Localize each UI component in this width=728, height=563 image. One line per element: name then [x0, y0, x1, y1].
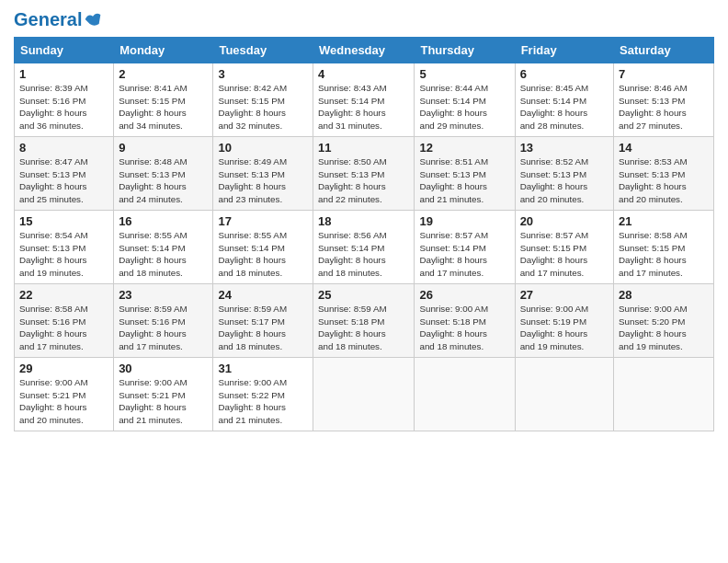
- day-number: 1: [19, 67, 108, 81]
- day-number: 29: [19, 362, 108, 375]
- day-cell: 7Sunrise: 8:46 AM Sunset: 5:13 PM Daylig…: [614, 63, 714, 137]
- day-number: 27: [520, 288, 609, 302]
- day-number: 28: [619, 288, 709, 302]
- weekday-tuesday: Tuesday: [213, 38, 313, 63]
- weekday-saturday: Saturday: [614, 38, 714, 63]
- day-number: 14: [619, 141, 709, 155]
- day-info: Sunrise: 8:57 AM Sunset: 5:14 PM Dayligh…: [419, 229, 509, 280]
- day-cell: 22Sunrise: 8:58 AM Sunset: 5:16 PM Dayli…: [15, 284, 114, 358]
- day-number: 11: [318, 141, 409, 155]
- day-info: Sunrise: 8:49 AM Sunset: 5:13 PM Dayligh…: [218, 155, 308, 206]
- day-info: Sunrise: 8:51 AM Sunset: 5:13 PM Dayligh…: [419, 155, 509, 206]
- day-info: Sunrise: 8:50 AM Sunset: 5:13 PM Dayligh…: [318, 155, 409, 206]
- day-cell: 31Sunrise: 9:00 AM Sunset: 5:22 PM Dayli…: [213, 358, 313, 431]
- day-cell: 9Sunrise: 8:48 AM Sunset: 5:13 PM Daylig…: [114, 137, 213, 211]
- day-number: 2: [119, 67, 208, 81]
- day-cell: 25Sunrise: 8:59 AM Sunset: 5:18 PM Dayli…: [313, 284, 415, 358]
- day-cell: [614, 358, 714, 431]
- day-cell: 14Sunrise: 8:53 AM Sunset: 5:13 PM Dayli…: [614, 137, 714, 211]
- day-number: 3: [218, 67, 308, 81]
- day-number: 23: [119, 288, 208, 302]
- calendar-table: SundayMondayTuesdayWednesdayThursdayFrid…: [14, 37, 714, 431]
- week-row-5: 29Sunrise: 9:00 AM Sunset: 5:21 PM Dayli…: [15, 358, 714, 431]
- logo-text: General: [14, 9, 82, 29]
- day-number: 20: [520, 214, 609, 228]
- day-cell: 27Sunrise: 9:00 AM Sunset: 5:19 PM Dayli…: [515, 284, 613, 358]
- day-number: 30: [119, 362, 208, 375]
- day-cell: 15Sunrise: 8:54 AM Sunset: 5:13 PM Dayli…: [15, 211, 114, 284]
- day-info: Sunrise: 8:55 AM Sunset: 5:14 PM Dayligh…: [119, 229, 208, 280]
- day-info: Sunrise: 9:00 AM Sunset: 5:21 PM Dayligh…: [119, 376, 208, 427]
- day-info: Sunrise: 8:48 AM Sunset: 5:13 PM Dayligh…: [119, 155, 208, 206]
- day-cell: 4Sunrise: 8:43 AM Sunset: 5:14 PM Daylig…: [313, 63, 415, 137]
- day-info: Sunrise: 8:39 AM Sunset: 5:16 PM Dayligh…: [19, 82, 108, 132]
- day-cell: 16Sunrise: 8:55 AM Sunset: 5:14 PM Dayli…: [114, 211, 213, 284]
- day-cell: 5Sunrise: 8:44 AM Sunset: 5:14 PM Daylig…: [415, 63, 515, 137]
- day-info: Sunrise: 8:41 AM Sunset: 5:15 PM Dayligh…: [119, 82, 208, 132]
- day-number: 24: [218, 288, 308, 302]
- weekday-sunday: Sunday: [15, 38, 114, 63]
- day-number: 7: [619, 67, 709, 81]
- calendar-body: 1Sunrise: 8:39 AM Sunset: 5:16 PM Daylig…: [15, 63, 714, 431]
- week-row-2: 8Sunrise: 8:47 AM Sunset: 5:13 PM Daylig…: [15, 137, 714, 211]
- day-number: 17: [218, 214, 308, 228]
- day-cell: [515, 358, 613, 431]
- day-cell: 20Sunrise: 8:57 AM Sunset: 5:15 PM Dayli…: [515, 211, 613, 284]
- day-info: Sunrise: 8:59 AM Sunset: 5:18 PM Dayligh…: [318, 303, 409, 353]
- day-number: 16: [119, 214, 208, 228]
- day-info: Sunrise: 8:59 AM Sunset: 5:17 PM Dayligh…: [218, 303, 308, 353]
- day-info: Sunrise: 8:57 AM Sunset: 5:15 PM Dayligh…: [520, 229, 609, 280]
- day-number: 15: [19, 214, 108, 228]
- day-info: Sunrise: 9:00 AM Sunset: 5:18 PM Dayligh…: [419, 303, 509, 353]
- calendar-container: General SundayMondayTuesdayWednesdayThur…: [0, 0, 728, 436]
- day-info: Sunrise: 9:00 AM Sunset: 5:22 PM Dayligh…: [218, 376, 308, 427]
- day-number: 10: [218, 141, 308, 155]
- day-number: 18: [318, 214, 409, 228]
- day-info: Sunrise: 9:00 AM Sunset: 5:19 PM Dayligh…: [520, 303, 609, 353]
- day-info: Sunrise: 8:46 AM Sunset: 5:13 PM Dayligh…: [619, 82, 709, 132]
- day-number: 12: [419, 141, 509, 155]
- day-number: 6: [520, 67, 609, 81]
- header: General: [14, 9, 714, 29]
- day-cell: 19Sunrise: 8:57 AM Sunset: 5:14 PM Dayli…: [415, 211, 515, 284]
- day-cell: 2Sunrise: 8:41 AM Sunset: 5:15 PM Daylig…: [114, 63, 213, 137]
- day-number: 9: [119, 141, 208, 155]
- day-number: 25: [318, 288, 409, 302]
- day-number: 4: [318, 67, 409, 81]
- day-cell: 30Sunrise: 9:00 AM Sunset: 5:21 PM Dayli…: [114, 358, 213, 431]
- day-cell: 8Sunrise: 8:47 AM Sunset: 5:13 PM Daylig…: [15, 137, 114, 211]
- weekday-thursday: Thursday: [415, 38, 515, 63]
- day-info: Sunrise: 8:52 AM Sunset: 5:13 PM Dayligh…: [520, 155, 609, 206]
- weekday-header-row: SundayMondayTuesdayWednesdayThursdayFrid…: [15, 38, 714, 63]
- day-info: Sunrise: 8:58 AM Sunset: 5:15 PM Dayligh…: [619, 229, 709, 280]
- day-cell: 17Sunrise: 8:55 AM Sunset: 5:14 PM Dayli…: [213, 211, 313, 284]
- day-cell: 28Sunrise: 9:00 AM Sunset: 5:20 PM Dayli…: [614, 284, 714, 358]
- logo-icon: [84, 10, 102, 29]
- day-cell: 12Sunrise: 8:51 AM Sunset: 5:13 PM Dayli…: [415, 137, 515, 211]
- day-number: 8: [19, 141, 108, 155]
- day-cell: 11Sunrise: 8:50 AM Sunset: 5:13 PM Dayli…: [313, 137, 415, 211]
- day-info: Sunrise: 8:54 AM Sunset: 5:13 PM Dayligh…: [19, 229, 108, 280]
- day-info: Sunrise: 8:56 AM Sunset: 5:14 PM Dayligh…: [318, 229, 409, 280]
- day-number: 31: [218, 362, 308, 375]
- day-number: 26: [419, 288, 509, 302]
- day-cell: 21Sunrise: 8:58 AM Sunset: 5:15 PM Dayli…: [614, 211, 714, 284]
- day-cell: 13Sunrise: 8:52 AM Sunset: 5:13 PM Dayli…: [515, 137, 613, 211]
- week-row-1: 1Sunrise: 8:39 AM Sunset: 5:16 PM Daylig…: [15, 63, 714, 137]
- day-cell: [313, 358, 415, 431]
- day-info: Sunrise: 8:59 AM Sunset: 5:16 PM Dayligh…: [119, 303, 208, 353]
- day-info: Sunrise: 9:00 AM Sunset: 5:20 PM Dayligh…: [619, 303, 709, 353]
- day-info: Sunrise: 8:47 AM Sunset: 5:13 PM Dayligh…: [19, 155, 108, 206]
- weekday-monday: Monday: [114, 38, 213, 63]
- day-info: Sunrise: 8:55 AM Sunset: 5:14 PM Dayligh…: [218, 229, 308, 280]
- day-cell: 3Sunrise: 8:42 AM Sunset: 5:15 PM Daylig…: [213, 63, 313, 137]
- day-info: Sunrise: 8:53 AM Sunset: 5:13 PM Dayligh…: [619, 155, 709, 206]
- day-number: 22: [19, 288, 108, 302]
- day-cell: 18Sunrise: 8:56 AM Sunset: 5:14 PM Dayli…: [313, 211, 415, 284]
- day-cell: 24Sunrise: 8:59 AM Sunset: 5:17 PM Dayli…: [213, 284, 313, 358]
- day-info: Sunrise: 8:44 AM Sunset: 5:14 PM Dayligh…: [419, 82, 509, 132]
- day-cell: 23Sunrise: 8:59 AM Sunset: 5:16 PM Dayli…: [114, 284, 213, 358]
- day-cell: 1Sunrise: 8:39 AM Sunset: 5:16 PM Daylig…: [15, 63, 114, 137]
- day-info: Sunrise: 8:42 AM Sunset: 5:15 PM Dayligh…: [218, 82, 308, 132]
- day-number: 21: [619, 214, 709, 228]
